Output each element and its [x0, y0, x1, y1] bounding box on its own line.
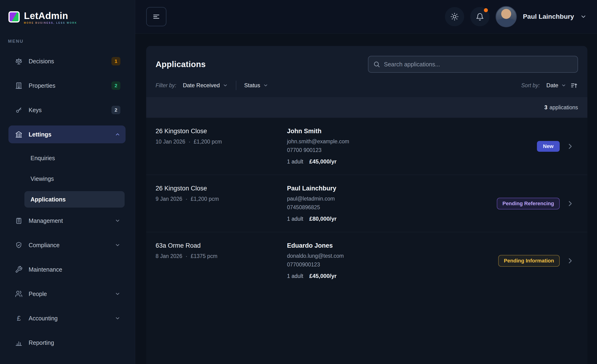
meta-separator: · — [189, 139, 190, 145]
properties-count-badge: 2 — [111, 81, 120, 90]
sun-icon — [450, 12, 459, 21]
property-name: 26 Kingston Close — [156, 185, 287, 192]
applicant-name: Paul Lainchbury — [287, 185, 497, 192]
chevron-down-icon — [115, 316, 120, 321]
wrench-icon — [15, 266, 23, 273]
applicant-name: Eduardo Jones — [287, 242, 498, 249]
applicant-cell: Eduardo Jones donaldo.lung@test.com 0770… — [287, 242, 498, 279]
sidebar: LetAdmin MORE BUSINESS, LESS WORK MENU D… — [0, 0, 135, 364]
application-date: 10 Jan 2026 — [156, 139, 185, 145]
application-row[interactable]: 26 Kingston Close 10 Jan 2026 · £1,200 p… — [146, 118, 587, 175]
theme-toggle-button[interactable] — [445, 7, 464, 26]
sort-controls: Sort by: Date — [521, 82, 578, 89]
panel-header: Applications Filter by: Date Received St… — [146, 46, 587, 97]
chevron-down-icon — [115, 242, 120, 248]
property-cell: 63a Orme Road 8 Jan 2026 · £1375 pcm — [156, 242, 287, 259]
chevron-down-icon — [561, 83, 566, 88]
status-badge: Pending Information — [498, 255, 560, 267]
sidebar-subitem-label: Applications — [31, 196, 66, 203]
chevron-down-icon[interactable] — [580, 13, 587, 20]
chevron-down-icon — [223, 83, 228, 88]
meta-separator: · — [186, 253, 188, 259]
income: £45,000/yr — [309, 273, 337, 279]
sidebar-item-properties[interactable]: Properties 2 — [8, 77, 126, 94]
applicant-email: john.smith@example.com — [287, 137, 537, 146]
menu-icon — [152, 13, 160, 21]
scale-icon — [15, 57, 23, 65]
chevron-up-icon — [115, 132, 120, 137]
bank-icon — [15, 131, 23, 138]
sidebar-subitem-applications[interactable]: Applications — [24, 191, 125, 208]
sidebar-subitem-label: Enquiries — [31, 155, 55, 162]
sort-asc-icon[interactable] — [571, 82, 578, 89]
property-name: 26 Kingston Close — [156, 128, 287, 135]
sidebar-item-label: Accounting — [29, 315, 58, 322]
applicant-phone: 07450896825 — [287, 203, 497, 212]
meta-separator: · — [186, 196, 188, 202]
sidebar-item-label: Maintenance — [29, 266, 62, 273]
brand-tagline: MORE BUSINESS, LESS WORK — [24, 22, 77, 24]
income: £45,000/yr — [309, 158, 337, 165]
clipboard-icon — [15, 217, 23, 225]
sidebar-item-management[interactable]: Management — [8, 212, 126, 230]
applications-list: 26 Kingston Close 10 Jan 2026 · £1,200 p… — [146, 118, 587, 364]
notification-dot — [484, 8, 488, 12]
user-avatar[interactable] — [496, 6, 517, 27]
applicant-phone: 07700900123 — [287, 260, 498, 269]
status-badge: New — [537, 141, 560, 152]
sidebar-item-reporting[interactable]: Reporting — [8, 334, 126, 352]
sort-date[interactable]: Date — [546, 82, 566, 89]
results-count: 3 applications — [146, 97, 587, 118]
sidebar-item-lettings[interactable]: Lettings — [8, 125, 126, 143]
notifications-button[interactable] — [470, 7, 489, 26]
applicant-email: donaldo.lung@test.com — [287, 252, 498, 260]
sidebar-item-compliance[interactable]: Compliance — [8, 236, 126, 254]
key-icon — [15, 106, 23, 114]
search-input[interactable] — [368, 56, 578, 73]
property-name: 63a Orme Road — [156, 242, 287, 249]
filter-status[interactable]: Status — [244, 82, 268, 89]
search-icon — [373, 61, 380, 68]
user-name[interactable]: Paul Lainchbury — [523, 13, 574, 20]
sidebar-item-decisions[interactable]: Decisions 1 — [8, 52, 126, 70]
menu-section-label: MENU — [8, 39, 135, 44]
sidebar-toggle-button[interactable] — [146, 7, 166, 26]
rent-amount: £1375 pcm — [191, 253, 218, 259]
application-row[interactable]: 26 Kingston Close 9 Jan 2026 · £1,200 pc… — [146, 175, 587, 232]
sidebar-item-maintenance[interactable]: Maintenance — [8, 261, 126, 279]
application-row[interactable]: 63a Orme Road 8 Jan 2026 · £1375 pcm Edu… — [146, 232, 587, 289]
bell-icon — [476, 12, 484, 21]
sidebar-subitem-enquiries[interactable]: Enquiries — [24, 150, 125, 166]
chevron-right-icon — [566, 142, 574, 151]
brand: LetAdmin MORE BUSINESS, LESS WORK — [0, 10, 135, 24]
sidebar-subitem-label: Viewings — [31, 175, 54, 182]
letadmin-logo-icon — [8, 11, 20, 23]
sidebar-item-label: Management — [29, 217, 63, 224]
applicant-name: John Smith — [287, 128, 537, 135]
applicant-cell: John Smith john.smith@example.com 07700 … — [287, 128, 537, 165]
sidebar-item-accounting[interactable]: £ Accounting — [8, 309, 126, 327]
rent-amount: £1,200 pcm — [194, 139, 222, 145]
app-root: LetAdmin MORE BUSINESS, LESS WORK MENU D… — [0, 0, 597, 364]
filter-date-received[interactable]: Date Received — [183, 82, 228, 89]
sidebar-item-label: People — [29, 291, 47, 297]
property-cell: 26 Kingston Close 10 Jan 2026 · £1,200 p… — [156, 128, 287, 145]
topbar-actions: Paul Lainchbury — [445, 6, 587, 27]
chevron-down-icon — [115, 218, 120, 224]
sidebar-item-people[interactable]: People — [8, 285, 126, 303]
sidebar-nav: Decisions 1 Properties 2 Keys 2 Lettings — [0, 52, 135, 352]
brand-name: LetAdmin — [24, 10, 77, 21]
sidebar-item-keys[interactable]: Keys 2 — [8, 101, 126, 119]
building-icon — [15, 82, 23, 89]
occupants: 1 adult — [287, 273, 303, 279]
chevron-down-icon — [115, 291, 120, 297]
applicant-cell: Paul Lainchbury paul@letadmin.com 074508… — [287, 185, 497, 222]
applicant-phone: 07700 900123 — [287, 146, 537, 155]
bar-chart-icon — [15, 339, 23, 346]
topbar: Paul Lainchbury — [135, 0, 597, 33]
sidebar-subitem-viewings[interactable]: Viewings — [24, 170, 125, 187]
pound-icon: £ — [15, 315, 23, 322]
rent-amount: £1,200 pcm — [191, 196, 219, 202]
applicant-email: paul@letadmin.com — [287, 194, 497, 203]
keys-count-badge: 2 — [111, 106, 120, 114]
